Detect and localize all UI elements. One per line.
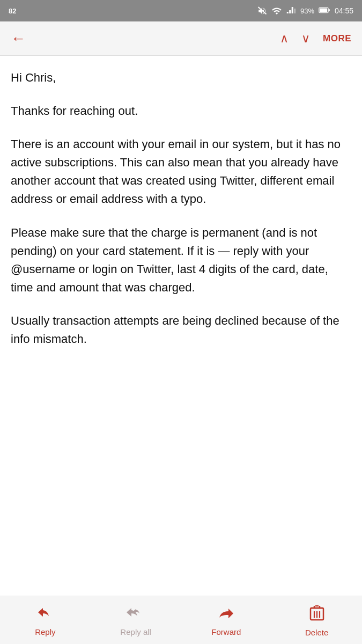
status-bar: 82 93% xyxy=(0,0,362,21)
reply-label: Reply xyxy=(35,627,55,636)
reply-all-button[interactable]: Reply all xyxy=(104,604,168,636)
prev-email-button[interactable]: ∧ xyxy=(280,32,289,46)
back-button[interactable]: ← xyxy=(11,31,26,46)
forward-label: Forward xyxy=(211,627,241,636)
wifi-icon xyxy=(271,6,282,16)
email-thanks: Thanks for reaching out. xyxy=(11,102,351,120)
action-bar: Reply Reply all Forward xyxy=(0,596,362,644)
email-paragraph-1: There is an account with your email in o… xyxy=(11,135,351,208)
time: 04:55 xyxy=(335,6,353,15)
battery-percentage: 93% xyxy=(300,7,314,15)
reply-all-label: Reply all xyxy=(120,627,151,636)
delete-label: Delete xyxy=(305,628,328,637)
toolbar-left: ← xyxy=(11,31,26,46)
status-left: 82 xyxy=(9,7,16,15)
forward-button[interactable]: Forward xyxy=(194,604,258,636)
email-body: Hi Chris, Thanks for reaching out. There… xyxy=(0,56,362,596)
forward-icon xyxy=(217,604,236,625)
status-right: 93% 04:55 xyxy=(257,6,353,16)
notification-count: 82 xyxy=(9,7,16,15)
next-email-button[interactable]: ∨ xyxy=(301,32,310,46)
reply-icon xyxy=(35,604,55,625)
reply-button[interactable]: Reply xyxy=(13,604,77,636)
signal-icon xyxy=(286,6,296,16)
email-paragraph-3: Usually transaction attempts are being d… xyxy=(11,312,351,348)
toolbar: ← ∧ ∨ MORE xyxy=(0,21,362,56)
toolbar-right: ∧ ∨ MORE xyxy=(280,32,351,46)
svg-rect-3 xyxy=(328,9,329,11)
more-button[interactable]: MORE xyxy=(323,33,351,44)
delete-button[interactable]: Delete xyxy=(285,604,349,637)
delete-icon xyxy=(308,604,326,626)
email-greeting: Hi Chris, xyxy=(11,69,351,87)
mute-icon xyxy=(257,6,267,16)
battery-icon xyxy=(319,6,330,16)
svg-rect-2 xyxy=(320,8,327,12)
reply-all-icon xyxy=(126,604,145,625)
email-paragraph-2: Please make sure that the charge is perm… xyxy=(11,224,351,297)
